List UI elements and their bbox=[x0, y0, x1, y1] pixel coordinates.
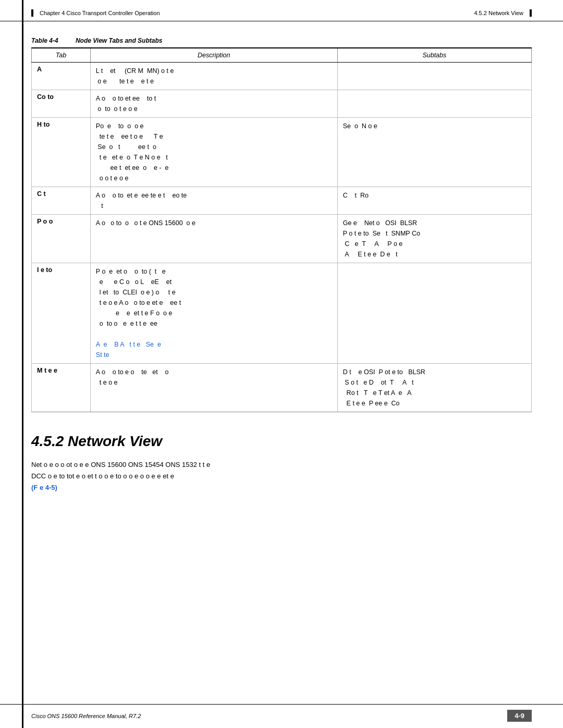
page-footer: Cisco ONS 15600 Reference Manual, R7.2 4… bbox=[0, 704, 563, 728]
cell-subtabs: Se o N o e bbox=[337, 118, 531, 187]
page: Chapter 4 Cisco Transport Controller Ope… bbox=[0, 0, 563, 728]
cell-description: L t et (CR M MN) o t e o e te t e e t e bbox=[90, 63, 337, 90]
header-right: 4.5.2 Network View bbox=[474, 9, 532, 17]
cell-tab: C t bbox=[32, 187, 91, 215]
body-paragraph: Net o e o o ot o e e ONS 15600 ONS 15454… bbox=[31, 459, 532, 493]
table-row: Co toA o o to et ee to t o to o t e o e bbox=[32, 90, 532, 118]
col-header-tab: Tab bbox=[32, 48, 91, 63]
cell-description: A o o to e o te et o t e o e bbox=[90, 364, 337, 412]
table-caption: Table 4-4 Node View Tabs and Subtabs bbox=[31, 37, 532, 44]
cell-subtabs bbox=[337, 63, 531, 90]
cell-subtabs: Ge e Net o OSI BLSR P o t e to Se t SNMP… bbox=[337, 215, 531, 263]
cell-subtabs bbox=[337, 90, 531, 118]
cell-description: Po e to o o e te t e ee t o e T e Se o t… bbox=[90, 118, 337, 187]
header-left-bar bbox=[31, 9, 33, 17]
table-row: I e toP o e et o o to ( t e e e C o o L … bbox=[32, 263, 532, 364]
margin-bar bbox=[22, 0, 23, 728]
header-right-bar bbox=[530, 9, 532, 17]
table-row: H toPo e to o o e te t e ee t o e T e Se… bbox=[32, 118, 532, 187]
cell-subtabs: C t Ro bbox=[337, 187, 531, 215]
table-header-row: Tab Description Subtabs bbox=[32, 48, 532, 63]
table-title: Node View Tabs and Subtabs bbox=[76, 37, 162, 44]
table-row: AL t et (CR M MN) o t e o e te t e e t e bbox=[32, 63, 532, 90]
footer-left-text: Cisco ONS 15600 Reference Manual, R7.2 bbox=[31, 713, 141, 719]
header-right-text: 4.5.2 Network View bbox=[474, 10, 523, 16]
cell-tab: A bbox=[32, 63, 91, 90]
cell-description: P o e et o o to ( t e e e C o o L eE et … bbox=[90, 263, 337, 364]
header-left: Chapter 4 Cisco Transport Controller Ope… bbox=[31, 9, 160, 17]
cell-description: A o o to et e ee te e t eo te t bbox=[90, 187, 337, 215]
cell-tab: P o o bbox=[32, 215, 91, 263]
page-header: Chapter 4 Cisco Transport Controller Ope… bbox=[0, 0, 563, 21]
cell-tab: H to bbox=[32, 118, 91, 187]
cell-description: A o o to et ee to t o to o t e o e bbox=[90, 90, 337, 118]
col-header-subtabs: Subtabs bbox=[337, 48, 531, 63]
footer-page-number: 4-9 bbox=[507, 710, 532, 722]
cell-description: A o o to o o t e ONS 15600 o e bbox=[90, 215, 337, 263]
cell-tab: Co to bbox=[32, 90, 91, 118]
cell-tab: M t e e bbox=[32, 364, 91, 412]
cell-tab: I e to bbox=[32, 263, 91, 364]
col-header-description: Description bbox=[90, 48, 337, 63]
table-row: P o oA o o to o o t e ONS 15600 o eGe e … bbox=[32, 215, 532, 263]
table-row: M t e eA o o to e o te et o t e o eD t e… bbox=[32, 364, 532, 412]
cell-subtabs bbox=[337, 263, 531, 364]
main-content: Table 4-4 Node View Tabs and Subtabs Tab… bbox=[0, 21, 563, 520]
table-row: C tA o o to et e ee te e t eo te tC t Ro bbox=[32, 187, 532, 215]
header-left-text: Chapter 4 Cisco Transport Controller Ope… bbox=[40, 10, 160, 16]
node-view-table: Tab Description Subtabs AL t et (CR M MN… bbox=[31, 47, 532, 412]
section-heading: 4.5.2 Network View bbox=[31, 433, 532, 450]
cell-subtabs: D t e OSI P ot e to BLSR S o t e D ot T … bbox=[337, 364, 531, 412]
table-number: Table 4-4 bbox=[31, 37, 58, 44]
